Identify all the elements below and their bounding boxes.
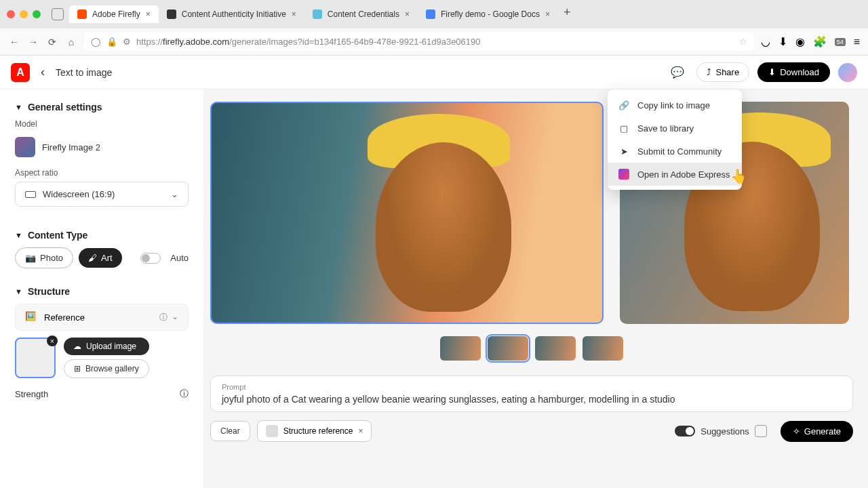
window-controls: [7, 10, 41, 18]
info-icon[interactable]: ⓘ: [180, 388, 189, 400]
thumb-3[interactable]: [535, 336, 576, 361]
prompt-text[interactable]: joyful photo of a Cat wearing a yellow b…: [222, 394, 842, 405]
permissions-icon[interactable]: ⚙: [123, 37, 131, 47]
tab-close-icon[interactable]: ×: [405, 9, 410, 19]
back-chevron-icon[interactable]: ‹: [41, 65, 45, 79]
share-dropdown-menu: 🔗 Copy link to image ▢ Save to library ➤…: [608, 89, 742, 190]
chevron-down-icon: ⌄: [171, 189, 178, 199]
photo-label: Photo: [40, 253, 63, 263]
auto-label: Auto: [170, 253, 189, 263]
tab-cc[interactable]: Content Credentials ×: [304, 5, 418, 23]
dd-open-express[interactable]: Open in Adobe Express: [608, 163, 742, 186]
chip-thumb-icon: [266, 425, 278, 437]
comments-icon[interactable]: 💬: [667, 62, 688, 83]
tab-label: Adobe Firefly: [92, 9, 140, 19]
thumbnail-strip: [210, 336, 853, 361]
address-bar: ← → ⟳ ⌂ ◯ 🔒 ⚙ https://firefly.adobe.com/…: [0, 28, 868, 56]
suggestions-toggle[interactable]: [675, 426, 695, 436]
suggestions-label: Suggestions: [701, 426, 749, 436]
tab-firefly[interactable]: Adobe Firefly ×: [69, 5, 159, 23]
art-button[interactable]: 🖌 Art: [79, 248, 122, 268]
browse-label: Browse gallery: [85, 364, 139, 373]
style-picker-icon[interactable]: [755, 425, 767, 437]
auto-toggle[interactable]: [140, 253, 161, 264]
browse-gallery-button[interactable]: ⊞ Browse gallery: [64, 359, 149, 378]
breadcrumb[interactable]: Text to image: [56, 67, 112, 78]
suggestions-group: Suggestions: [675, 425, 767, 437]
structure-controls: × ☁ Upload image ⊞ Browse gallery: [15, 338, 189, 378]
section-content-type[interactable]: ▼ Content Type: [15, 230, 189, 241]
downloads-icon[interactable]: ⬇: [778, 35, 787, 48]
user-avatar[interactable]: [838, 63, 857, 82]
tab-close-icon[interactable]: ×: [292, 9, 296, 19]
minimize-window-icon[interactable]: [20, 10, 28, 18]
generate-label: Generate: [804, 426, 841, 436]
dd-save-library[interactable]: ▢ Save to library: [608, 117, 742, 140]
aspect-label: Aspect ratio: [15, 168, 189, 178]
account-icon[interactable]: ◉: [795, 35, 805, 48]
main-layout: ▼ General settings Model Firefly Image 2…: [0, 89, 868, 488]
prompt-box[interactable]: Prompt joyful photo of a Cat wearing a y…: [210, 375, 853, 412]
lock-icon[interactable]: 🔒: [106, 37, 117, 47]
model-select[interactable]: Firefly Image 2: [15, 133, 189, 161]
extensions-icon[interactable]: 🧩: [813, 35, 827, 48]
tab-gdocs[interactable]: Firefly demo - Google Docs ×: [418, 5, 558, 23]
url-field[interactable]: ◯ 🔒 ⚙ https://firefly.adobe.com/generate…: [84, 33, 754, 51]
widescreen-icon: [25, 191, 36, 198]
tab-cai[interactable]: Content Authenticity Initiative ×: [159, 5, 304, 23]
structure-reference-chip[interactable]: Structure reference ×: [257, 420, 372, 442]
extension-badge[interactable]: 54: [835, 38, 846, 46]
chip-label: Structure reference: [283, 426, 353, 436]
dd-submit-community[interactable]: ➤ Submit to Community: [608, 140, 742, 163]
chip-remove-icon[interactable]: ×: [358, 426, 363, 436]
pocket-icon[interactable]: ◡: [761, 35, 770, 48]
reference-row[interactable]: 🖼️ Reference ⓘ ⌄: [15, 304, 189, 331]
generated-image-main[interactable]: [210, 102, 604, 324]
url-domain: firefly.adobe.com: [163, 37, 229, 47]
tab-close-icon[interactable]: ×: [146, 9, 151, 19]
chevron-down-icon[interactable]: ⌄: [172, 312, 178, 323]
section-label: General settings: [28, 102, 102, 113]
aspect-select[interactable]: Widescreen (16:9) ⌄: [15, 182, 189, 207]
thumb-1[interactable]: [440, 336, 481, 361]
bookmark-icon[interactable]: ☆: [739, 37, 747, 47]
structure-buttons: ☁ Upload image ⊞ Browse gallery: [64, 338, 149, 378]
maximize-window-icon[interactable]: [33, 10, 41, 18]
model-name: Firefly Image 2: [42, 142, 100, 152]
info-icons: ⓘ ⌄: [159, 312, 178, 323]
close-window-icon[interactable]: [7, 10, 15, 18]
upload-image-button[interactable]: ☁ Upload image: [64, 338, 149, 355]
header-actions: 💬 ⤴ Share ⬇ Download: [667, 62, 857, 83]
shield-icon[interactable]: ◯: [91, 37, 101, 47]
remove-reference-icon[interactable]: ×: [47, 336, 58, 346]
section-general[interactable]: ▼ General settings: [15, 102, 189, 113]
sidebar-toggle-icon[interactable]: [52, 8, 64, 20]
adobe-logo-icon[interactable]: A: [11, 63, 30, 82]
bottom-action-row: Clear Structure reference × Suggestions …: [210, 420, 853, 442]
download-button[interactable]: ⬇ Download: [757, 62, 830, 82]
reference-label: Reference: [44, 312, 85, 323]
menu-icon[interactable]: ≡: [854, 36, 860, 48]
info-icon[interactable]: ⓘ: [159, 312, 167, 323]
photo-button[interactable]: 📷 Photo: [15, 247, 73, 268]
prompt-label: Prompt: [222, 383, 842, 391]
thumb-2[interactable]: [488, 336, 528, 361]
home-icon[interactable]: ⌂: [65, 36, 77, 48]
generate-button[interactable]: ✧ Generate: [781, 421, 853, 442]
thumb-4[interactable]: [583, 336, 623, 361]
tab-close-icon[interactable]: ×: [545, 9, 550, 19]
download-label: Download: [780, 67, 819, 77]
new-tab-button[interactable]: +: [558, 5, 576, 23]
forward-icon[interactable]: →: [27, 36, 39, 48]
share-button[interactable]: ⤴ Share: [696, 62, 749, 82]
link-icon: 🔗: [618, 100, 629, 110]
reload-icon[interactable]: ⟳: [46, 36, 58, 48]
section-structure[interactable]: ▼ Structure: [15, 286, 189, 297]
cc-favicon-icon: [313, 9, 322, 19]
tab-label: Firefly demo - Google Docs: [441, 9, 540, 19]
share-icon: ⤴: [707, 67, 711, 77]
back-icon[interactable]: ←: [8, 36, 20, 48]
dd-copy-link[interactable]: 🔗 Copy link to image: [608, 94, 742, 117]
reference-thumbnail[interactable]: ×: [15, 338, 56, 378]
clear-button[interactable]: Clear: [210, 421, 250, 441]
